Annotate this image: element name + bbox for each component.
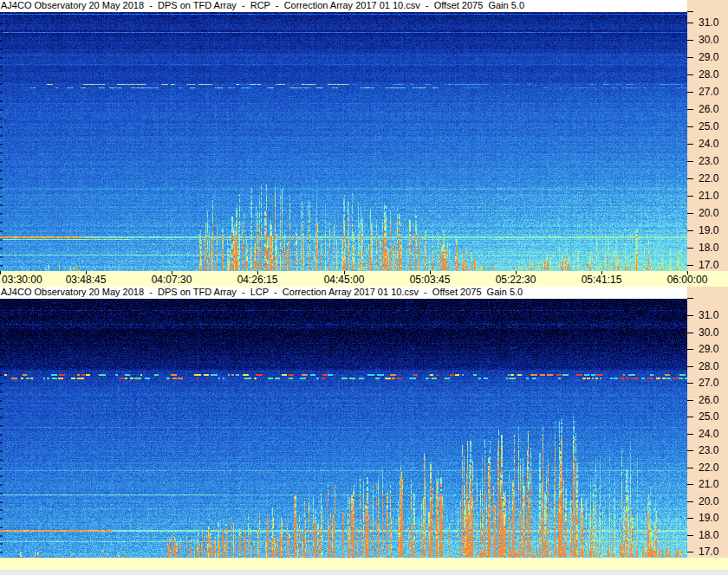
freq-tick-label: 20.0 [699, 496, 718, 507]
freq-tick-label: 31.0 [699, 17, 718, 28]
freq-tick [687, 11, 693, 12]
freq-tick-label: 26.0 [699, 395, 718, 405]
freq-tick [687, 315, 693, 316]
freq-tick [687, 400, 693, 401]
freq-tick [687, 450, 693, 451]
freq-tick-label: 30.0 [699, 327, 718, 338]
freq-tick-label: 18.0 [699, 242, 718, 253]
time-tick-label: 03:48:45 [66, 274, 107, 286]
spectrogram-rcp [0, 12, 687, 271]
time-tick-label: 06:00:00 [667, 274, 708, 286]
time-tick-label: 05:03:45 [410, 274, 451, 286]
freq-tick-label: 19.0 [699, 225, 718, 236]
time-tick-label: 05:22:30 [496, 274, 536, 286]
freq-tick-label: 28.0 [699, 69, 718, 80]
freq-tick [687, 161, 693, 162]
freq-tick-label: 27.0 [699, 87, 718, 97]
freq-tick [687, 333, 693, 333]
freq-tick [687, 298, 693, 299]
freq-tick-label: 25.0 [699, 121, 718, 132]
freq-axis-rcp: 31.030.029.028.027.026.025.024.023.022.0… [687, 0, 728, 271]
time-axis: 03:30:0003:48:4504:07:3004:26:1504:45:00… [0, 271, 728, 287]
panel-title-rcp: AJ4CO Observatory 20 May 2018 - DPS on T… [0, 0, 687, 12]
freq-tick [687, 434, 693, 435]
freq-tick-label: 26.0 [699, 104, 718, 114]
freq-tick-label: 30.0 [699, 35, 718, 45]
freq-tick [687, 144, 693, 145]
time-tick-label: 05:41:15 [582, 274, 622, 286]
time-tick [0, 271, 1, 275]
freq-tick-label: 29.0 [699, 344, 718, 354]
spectrograph-window: AJ4CO Observatory 20 May 2018 - DPS on T… [0, 0, 728, 575]
freq-tick-label: 17.0 [699, 546, 718, 557]
freq-tick-label: 20.0 [699, 208, 718, 218]
freq-tick [687, 417, 693, 417]
freq-tick-label: 27.0 [699, 378, 718, 388]
freq-tick [687, 349, 693, 350]
spectrogram-lcp [0, 299, 687, 558]
time-tick-label: 04:07:30 [152, 274, 192, 286]
freq-tick [687, 383, 693, 384]
freq-tick-label: 29.0 [699, 52, 718, 62]
freq-tick [687, 552, 693, 552]
freq-tick [687, 535, 693, 536]
freq-tick-label: 22.0 [699, 462, 718, 473]
freq-tick-label: 19.0 [699, 513, 718, 523]
freq-tick [687, 501, 693, 502]
time-tick-label: 03:30:00 [2, 274, 42, 286]
freq-tick-label: 25.0 [699, 411, 718, 422]
freq-tick [687, 468, 693, 468]
freq-tick-label: 23.0 [699, 445, 718, 455]
freq-tick [687, 40, 693, 41]
freq-tick-label: 21.0 [699, 479, 718, 489]
freq-tick-label: 17.0 [699, 260, 718, 270]
freq-tick [687, 196, 693, 197]
freq-axis-lcp: 31.030.029.028.027.026.025.024.023.022.0… [687, 287, 728, 558]
freq-tick-label: 24.0 [699, 139, 718, 149]
freq-tick [687, 366, 693, 367]
freq-tick [687, 92, 693, 93]
freq-tick-label: 21.0 [699, 191, 718, 201]
freq-tick [687, 126, 693, 127]
freq-tick [687, 248, 693, 249]
freq-tick [687, 109, 693, 110]
freq-tick [687, 57, 693, 58]
freq-tick [687, 518, 693, 519]
freq-tick-label: 31.0 [699, 310, 718, 320]
freq-tick [687, 230, 693, 231]
time-tick-label: 04:45:00 [324, 274, 365, 286]
time-tick-label: 04:26:15 [237, 274, 278, 286]
freq-tick [687, 265, 693, 266]
freq-tick-label: 18.0 [699, 530, 718, 540]
freq-tick-label: 22.0 [699, 173, 718, 184]
freq-tick-label: 24.0 [699, 429, 718, 439]
time-axis-partial [0, 558, 728, 570]
freq-tick [687, 74, 693, 75]
freq-tick [687, 178, 693, 179]
freq-tick [687, 23, 693, 23]
freq-tick [687, 213, 693, 214]
panel-title-lcp: AJ4CO Observatory 20 May 2018 - DPS on T… [0, 287, 687, 299]
freq-tick-label: 28.0 [699, 361, 718, 371]
freq-tick [687, 484, 693, 485]
freq-tick-label: 23.0 [699, 156, 718, 166]
